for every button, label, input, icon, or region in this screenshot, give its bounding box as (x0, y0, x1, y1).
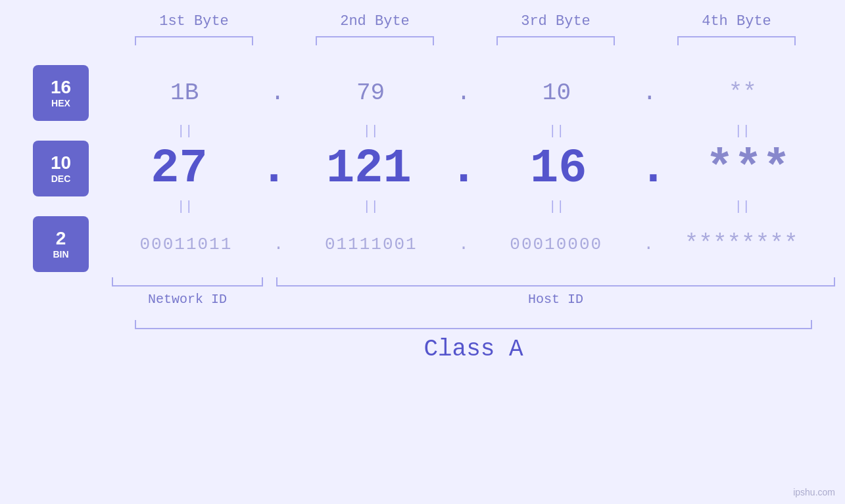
hex-row: 16 HEX 1B . 79 . 10 . ** (0, 65, 845, 121)
bin-badge-number: 2 (56, 229, 66, 249)
dec-values: 27 . 121 . 16 . *** (89, 142, 845, 196)
bin-row: 2 BIN 00011011 . 01111001 . 00010000 . *… (0, 216, 845, 272)
bin-dot3: . (640, 235, 658, 254)
hex-badge-number: 16 (51, 78, 71, 98)
host-id-label: Host ID (276, 292, 835, 307)
dec-b3: 16 (481, 142, 636, 196)
sep-row-2: || || || || (0, 196, 845, 216)
dec-dot1: . (256, 142, 291, 196)
sep-row-1: || || || || (0, 121, 845, 141)
bracket-cell-1 (104, 36, 285, 45)
class-bracket (135, 320, 812, 329)
bin-b2: 01111001 (287, 235, 455, 254)
hex-b4: ** (660, 80, 825, 106)
network-id-label: Network ID (112, 292, 263, 307)
bin-values: 00011011 . 01111001 . 00010000 . *******… (89, 231, 845, 258)
bin-dot2: . (455, 235, 472, 254)
bin-b3: 00010000 (472, 235, 640, 254)
bracket-1 (135, 36, 253, 45)
dec-badge-number: 10 (51, 153, 71, 173)
main-container: 1st Byte 2nd Byte 3rd Byte 4th Byte 16 H… (0, 0, 845, 504)
sep1-b2: || (288, 124, 454, 139)
byte2-header: 2nd Byte (285, 13, 466, 30)
byte3-header: 3rd Byte (466, 13, 646, 30)
class-label: Class A (135, 336, 812, 363)
byte-headers: 1st Byte 2nd Byte 3rd Byte 4th Byte (104, 13, 827, 30)
top-bracket-row (104, 36, 827, 45)
hex-dot3: . (639, 80, 660, 106)
hex-b1: 1B (102, 80, 267, 106)
hex-dot2: . (453, 80, 474, 106)
dec-dot3: . (636, 142, 671, 196)
host-bracket (276, 277, 835, 286)
dec-badge-label: DEC (51, 173, 71, 184)
bin-b1: 00011011 (102, 235, 270, 254)
dec-row: 10 DEC 27 . 121 . 16 . *** (0, 141, 845, 196)
bracket-2 (316, 36, 434, 45)
dec-b2: 121 (291, 142, 446, 196)
byte4-header: 4th Byte (646, 13, 827, 30)
bracket-3 (496, 36, 615, 45)
bracket-cell-3 (466, 36, 646, 45)
byte1-header: 1st Byte (104, 13, 285, 30)
network-bracket (112, 277, 263, 286)
sep2-b2: || (288, 199, 454, 214)
dec-b1: 27 (102, 142, 256, 196)
bin-badge: 2 BIN (33, 216, 89, 272)
sep1-b4: || (660, 124, 826, 139)
watermark: ipshu.com (793, 487, 835, 497)
sep1-b1: || (102, 124, 268, 139)
bin-dot1: . (270, 235, 287, 254)
hex-dot1: . (267, 80, 288, 106)
hex-values: 1B . 79 . 10 . ** (89, 80, 845, 106)
sep1-b3: || (473, 124, 640, 139)
dec-badge: 10 DEC (33, 141, 89, 196)
hex-badge: 16 HEX (33, 65, 89, 121)
hex-b2: 79 (288, 80, 453, 106)
class-section: Class A (135, 320, 812, 363)
hex-b3: 10 (474, 80, 639, 106)
bin-b4: ******** (657, 231, 825, 258)
sep2-b3: || (473, 199, 640, 214)
sep2-b4: || (660, 199, 826, 214)
bracket-cell-2 (285, 36, 466, 45)
dec-b4: *** (671, 142, 825, 196)
bracket-4 (677, 36, 796, 45)
dec-dot2: . (446, 142, 481, 196)
bracket-cell-4 (646, 36, 827, 45)
sep2-b1: || (102, 199, 268, 214)
bin-badge-label: BIN (53, 249, 68, 260)
hex-badge-label: HEX (51, 98, 70, 108)
